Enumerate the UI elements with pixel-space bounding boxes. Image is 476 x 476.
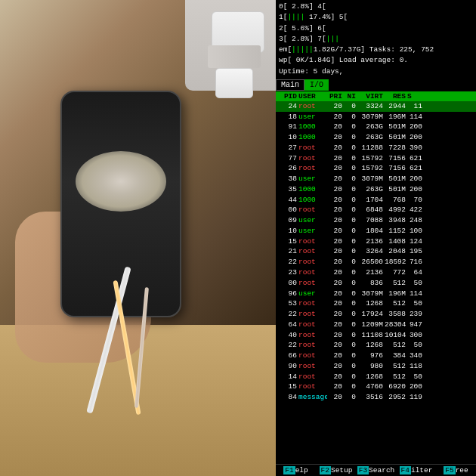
cpu-line-0: 0[ 2.8%] 4[ [277, 2, 474, 12]
cpu-line-3: 3[ 2.8%] 7[||| [277, 34, 474, 45]
col-user: USER [298, 92, 327, 100]
process-row[interactable]: 15 root 20 0 4760 6920 200 [276, 382, 476, 392]
footer-btn-f5[interactable]: F5ree [436, 465, 476, 476]
process-ni: 0 [344, 112, 357, 122]
process-row[interactable]: 44 1000 20 0 1704 768 70 [276, 195, 476, 206]
process-res: 772 [385, 267, 407, 278]
process-pri: 20 [327, 236, 344, 247]
process-res: 2944 [385, 101, 407, 112]
process-row[interactable]: 38 user 20 0 3079M 501M 200 [276, 174, 476, 184]
process-virt: 1268 [357, 340, 385, 351]
process-row[interactable]: 66 root 20 0 976 384 340 [276, 351, 476, 361]
process-row[interactable]: 40 root 20 0 11108 10104 300 [276, 330, 476, 341]
htop-header: 0[ 2.8%] 4[ 1[|||| 17.4%] 5[ 2[ 5.6%] 6[… [276, 0, 476, 79]
process-pid: 64 [277, 320, 298, 330]
process-user: root [298, 340, 327, 351]
process-user: root [298, 330, 327, 341]
process-virt: 11108 [357, 330, 385, 341]
footer-btn-f2[interactable]: F2Setup [316, 465, 356, 476]
process-row[interactable]: 18 user 20 0 3079M 196M 114 [276, 112, 476, 122]
process-shr: 621 [407, 163, 422, 174]
process-virt: 1804 [357, 226, 385, 236]
process-row[interactable]: 22 root 20 0 17924 3588 239 [276, 309, 476, 320]
process-pid: 53 [277, 298, 298, 309]
process-pri: 20 [327, 195, 344, 206]
process-ni: 0 [344, 257, 357, 267]
process-shr: 947 [407, 320, 422, 330]
process-pri: 20 [327, 143, 344, 153]
process-user: root [298, 143, 327, 153]
process-res: 7228 [385, 143, 407, 153]
tab-main[interactable]: Main [276, 79, 304, 91]
uptime-line: Uptime: 5 days, [277, 66, 474, 77]
process-pid: 09 [277, 215, 298, 226]
process-row[interactable]: 00 root 20 0 6848 4992 422 [276, 205, 476, 215]
process-shr: 422 [407, 205, 422, 215]
process-shr: 195 [407, 246, 422, 257]
process-virt: 3079M [357, 289, 385, 299]
process-res: 1408 [385, 236, 407, 247]
process-res: 501M [385, 122, 407, 132]
process-row[interactable]: 22 root 20 0 1268 512 50 [276, 340, 476, 351]
process-row[interactable]: 21 root 20 0 3264 2048 195 [276, 246, 476, 257]
col-res: RES [385, 92, 407, 100]
photo-panel [0, 0, 276, 476]
process-virt: 26500 [357, 257, 385, 267]
footer-btn-f1[interactable]: F1elp [276, 465, 316, 476]
process-row[interactable]: 64 root 20 0 1209M 28304 947 [276, 320, 476, 330]
process-row[interactable]: 15 root 20 0 2136 1408 124 [276, 236, 476, 247]
process-row[interactable]: 10 1000 20 0 263G 501M 200 [276, 132, 476, 143]
process-row[interactable]: 77 root 20 0 15792 7156 621 [276, 153, 476, 164]
process-pid: 00 [277, 205, 298, 215]
process-row[interactable]: 10 user 20 0 1804 1152 100 [276, 226, 476, 236]
process-res: 512 [385, 278, 407, 289]
process-ni: 0 [344, 289, 357, 299]
process-user: root [298, 372, 327, 382]
process-row[interactable]: 96 user 20 0 3079M 196M 114 [276, 289, 476, 299]
footer-btn-f4[interactable]: F4ilter [396, 465, 436, 476]
process-res: 10104 [385, 330, 407, 341]
process-res: 2952 [385, 392, 407, 403]
process-pri: 20 [327, 278, 344, 289]
process-row[interactable]: 22 root 20 0 26500 18592 716 [276, 257, 476, 267]
process-user: root [298, 267, 327, 278]
process-user: root [298, 278, 327, 289]
process-row[interactable]: 90 root 20 0 980 512 118 [276, 361, 476, 372]
process-virt: 1268 [357, 372, 385, 382]
process-row[interactable]: 14 root 20 0 1268 512 50 [276, 372, 476, 382]
process-ni: 0 [344, 392, 357, 403]
footer-btn-f3[interactable]: F3Search [356, 465, 396, 476]
process-pri: 20 [327, 340, 344, 351]
process-shr: 100 [407, 226, 422, 236]
process-row[interactable]: 26 root 20 0 15792 7156 621 [276, 163, 476, 174]
process-pid: 10 [277, 132, 298, 143]
process-row[interactable]: 09 user 20 0 7088 3948 248 [276, 215, 476, 226]
process-row[interactable]: 35 1000 20 0 263G 501M 200 [276, 184, 476, 195]
process-res: 3948 [385, 215, 407, 226]
process-pri: 20 [327, 215, 344, 226]
process-res: 196M [385, 112, 407, 122]
process-row[interactable]: 23 root 20 0 2136 772 64 [276, 267, 476, 278]
process-pid: 90 [277, 361, 298, 372]
tab-io[interactable]: I/O [304, 79, 329, 91]
process-user: root [298, 361, 327, 372]
process-row[interactable]: 53 root 20 0 1268 512 50 [276, 298, 476, 309]
process-user: messagebus [298, 392, 327, 403]
process-ni: 0 [344, 330, 357, 341]
process-shr: 114 [407, 112, 422, 122]
process-ni: 0 [344, 122, 357, 132]
process-user: root [298, 236, 327, 247]
process-row[interactable]: 84 messagebus 20 0 3516 2952 119 [276, 392, 476, 403]
process-list: 24 root 20 0 3324 2944 11 18 user 20 0 3… [276, 101, 476, 464]
process-row[interactable]: 27 root 20 0 11288 7228 390 [276, 143, 476, 153]
process-ni: 0 [344, 174, 357, 184]
col-s: S [407, 92, 422, 100]
process-pri: 20 [327, 163, 344, 174]
process-ni: 0 [344, 351, 357, 361]
process-row[interactable]: 91 1000 20 0 263G 501M 200 [276, 122, 476, 132]
process-shr: 200 [407, 132, 422, 143]
process-row[interactable]: 24 root 20 0 3324 2944 11 [276, 101, 476, 112]
process-pri: 20 [327, 174, 344, 184]
process-pri: 20 [327, 226, 344, 236]
process-row[interactable]: 00 root 20 0 836 512 50 [276, 278, 476, 289]
